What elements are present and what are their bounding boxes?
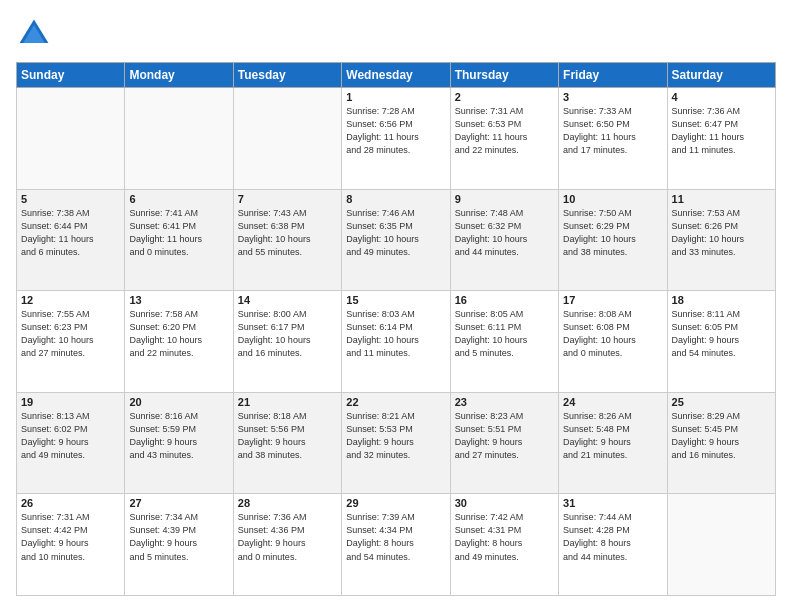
day-number: 4 (672, 91, 771, 103)
day-cell: 2Sunrise: 7:31 AM Sunset: 6:53 PM Daylig… (450, 88, 558, 190)
day-cell: 5Sunrise: 7:38 AM Sunset: 6:44 PM Daylig… (17, 189, 125, 291)
day-cell: 12Sunrise: 7:55 AM Sunset: 6:23 PM Dayli… (17, 291, 125, 393)
day-number: 2 (455, 91, 554, 103)
day-info: Sunrise: 7:31 AM Sunset: 6:53 PM Dayligh… (455, 105, 554, 157)
day-cell: 25Sunrise: 8:29 AM Sunset: 5:45 PM Dayli… (667, 392, 775, 494)
day-info: Sunrise: 8:00 AM Sunset: 6:17 PM Dayligh… (238, 308, 337, 360)
day-number: 30 (455, 497, 554, 509)
day-cell: 24Sunrise: 8:26 AM Sunset: 5:48 PM Dayli… (559, 392, 667, 494)
day-cell: 23Sunrise: 8:23 AM Sunset: 5:51 PM Dayli… (450, 392, 558, 494)
day-cell: 17Sunrise: 8:08 AM Sunset: 6:08 PM Dayli… (559, 291, 667, 393)
day-cell: 11Sunrise: 7:53 AM Sunset: 6:26 PM Dayli… (667, 189, 775, 291)
day-info: Sunrise: 7:41 AM Sunset: 6:41 PM Dayligh… (129, 207, 228, 259)
day-info: Sunrise: 8:11 AM Sunset: 6:05 PM Dayligh… (672, 308, 771, 360)
day-cell: 1Sunrise: 7:28 AM Sunset: 6:56 PM Daylig… (342, 88, 450, 190)
day-number: 13 (129, 294, 228, 306)
day-info: Sunrise: 7:31 AM Sunset: 4:42 PM Dayligh… (21, 511, 120, 563)
day-info: Sunrise: 7:43 AM Sunset: 6:38 PM Dayligh… (238, 207, 337, 259)
day-info: Sunrise: 8:23 AM Sunset: 5:51 PM Dayligh… (455, 410, 554, 462)
week-row-3: 12Sunrise: 7:55 AM Sunset: 6:23 PM Dayli… (17, 291, 776, 393)
day-number: 7 (238, 193, 337, 205)
day-number: 11 (672, 193, 771, 205)
weekday-header-wednesday: Wednesday (342, 63, 450, 88)
day-number: 18 (672, 294, 771, 306)
day-number: 25 (672, 396, 771, 408)
week-row-2: 5Sunrise: 7:38 AM Sunset: 6:44 PM Daylig… (17, 189, 776, 291)
logo-icon (16, 16, 52, 52)
day-info: Sunrise: 8:03 AM Sunset: 6:14 PM Dayligh… (346, 308, 445, 360)
day-info: Sunrise: 7:46 AM Sunset: 6:35 PM Dayligh… (346, 207, 445, 259)
weekday-header-tuesday: Tuesday (233, 63, 341, 88)
day-info: Sunrise: 8:26 AM Sunset: 5:48 PM Dayligh… (563, 410, 662, 462)
week-row-5: 26Sunrise: 7:31 AM Sunset: 4:42 PM Dayli… (17, 494, 776, 596)
day-number: 17 (563, 294, 662, 306)
day-number: 16 (455, 294, 554, 306)
weekday-header-saturday: Saturday (667, 63, 775, 88)
day-cell: 26Sunrise: 7:31 AM Sunset: 4:42 PM Dayli… (17, 494, 125, 596)
day-cell: 10Sunrise: 7:50 AM Sunset: 6:29 PM Dayli… (559, 189, 667, 291)
header (16, 16, 776, 52)
day-cell (125, 88, 233, 190)
day-number: 14 (238, 294, 337, 306)
day-cell: 19Sunrise: 8:13 AM Sunset: 6:02 PM Dayli… (17, 392, 125, 494)
day-cell (667, 494, 775, 596)
page: SundayMondayTuesdayWednesdayThursdayFrid… (0, 0, 792, 612)
day-cell: 8Sunrise: 7:46 AM Sunset: 6:35 PM Daylig… (342, 189, 450, 291)
week-row-4: 19Sunrise: 8:13 AM Sunset: 6:02 PM Dayli… (17, 392, 776, 494)
weekday-header-sunday: Sunday (17, 63, 125, 88)
day-info: Sunrise: 7:33 AM Sunset: 6:50 PM Dayligh… (563, 105, 662, 157)
day-info: Sunrise: 8:29 AM Sunset: 5:45 PM Dayligh… (672, 410, 771, 462)
day-cell (233, 88, 341, 190)
day-cell: 31Sunrise: 7:44 AM Sunset: 4:28 PM Dayli… (559, 494, 667, 596)
day-info: Sunrise: 7:42 AM Sunset: 4:31 PM Dayligh… (455, 511, 554, 563)
day-number: 26 (21, 497, 120, 509)
weekday-header-monday: Monday (125, 63, 233, 88)
day-number: 6 (129, 193, 228, 205)
day-number: 22 (346, 396, 445, 408)
day-cell: 29Sunrise: 7:39 AM Sunset: 4:34 PM Dayli… (342, 494, 450, 596)
calendar-table: SundayMondayTuesdayWednesdayThursdayFrid… (16, 62, 776, 596)
day-info: Sunrise: 7:50 AM Sunset: 6:29 PM Dayligh… (563, 207, 662, 259)
day-cell (17, 88, 125, 190)
day-number: 23 (455, 396, 554, 408)
day-cell: 27Sunrise: 7:34 AM Sunset: 4:39 PM Dayli… (125, 494, 233, 596)
day-number: 8 (346, 193, 445, 205)
day-cell: 9Sunrise: 7:48 AM Sunset: 6:32 PM Daylig… (450, 189, 558, 291)
day-info: Sunrise: 7:39 AM Sunset: 4:34 PM Dayligh… (346, 511, 445, 563)
day-cell: 20Sunrise: 8:16 AM Sunset: 5:59 PM Dayli… (125, 392, 233, 494)
day-number: 15 (346, 294, 445, 306)
day-number: 19 (21, 396, 120, 408)
day-info: Sunrise: 7:28 AM Sunset: 6:56 PM Dayligh… (346, 105, 445, 157)
day-cell: 30Sunrise: 7:42 AM Sunset: 4:31 PM Dayli… (450, 494, 558, 596)
day-info: Sunrise: 7:44 AM Sunset: 4:28 PM Dayligh… (563, 511, 662, 563)
week-row-1: 1Sunrise: 7:28 AM Sunset: 6:56 PM Daylig… (17, 88, 776, 190)
weekday-header-row: SundayMondayTuesdayWednesdayThursdayFrid… (17, 63, 776, 88)
day-cell: 21Sunrise: 8:18 AM Sunset: 5:56 PM Dayli… (233, 392, 341, 494)
day-cell: 13Sunrise: 7:58 AM Sunset: 6:20 PM Dayli… (125, 291, 233, 393)
day-number: 24 (563, 396, 662, 408)
day-cell: 22Sunrise: 8:21 AM Sunset: 5:53 PM Dayli… (342, 392, 450, 494)
day-info: Sunrise: 7:48 AM Sunset: 6:32 PM Dayligh… (455, 207, 554, 259)
day-cell: 18Sunrise: 8:11 AM Sunset: 6:05 PM Dayli… (667, 291, 775, 393)
logo (16, 16, 56, 52)
day-number: 29 (346, 497, 445, 509)
day-number: 21 (238, 396, 337, 408)
day-number: 9 (455, 193, 554, 205)
day-number: 20 (129, 396, 228, 408)
day-info: Sunrise: 8:05 AM Sunset: 6:11 PM Dayligh… (455, 308, 554, 360)
weekday-header-friday: Friday (559, 63, 667, 88)
day-cell: 7Sunrise: 7:43 AM Sunset: 6:38 PM Daylig… (233, 189, 341, 291)
day-info: Sunrise: 8:13 AM Sunset: 6:02 PM Dayligh… (21, 410, 120, 462)
day-cell: 28Sunrise: 7:36 AM Sunset: 4:36 PM Dayli… (233, 494, 341, 596)
day-number: 27 (129, 497, 228, 509)
day-number: 31 (563, 497, 662, 509)
day-cell: 16Sunrise: 8:05 AM Sunset: 6:11 PM Dayli… (450, 291, 558, 393)
day-number: 12 (21, 294, 120, 306)
weekday-header-thursday: Thursday (450, 63, 558, 88)
day-cell: 3Sunrise: 7:33 AM Sunset: 6:50 PM Daylig… (559, 88, 667, 190)
day-number: 28 (238, 497, 337, 509)
day-info: Sunrise: 8:08 AM Sunset: 6:08 PM Dayligh… (563, 308, 662, 360)
day-number: 10 (563, 193, 662, 205)
day-info: Sunrise: 7:36 AM Sunset: 6:47 PM Dayligh… (672, 105, 771, 157)
day-info: Sunrise: 8:18 AM Sunset: 5:56 PM Dayligh… (238, 410, 337, 462)
